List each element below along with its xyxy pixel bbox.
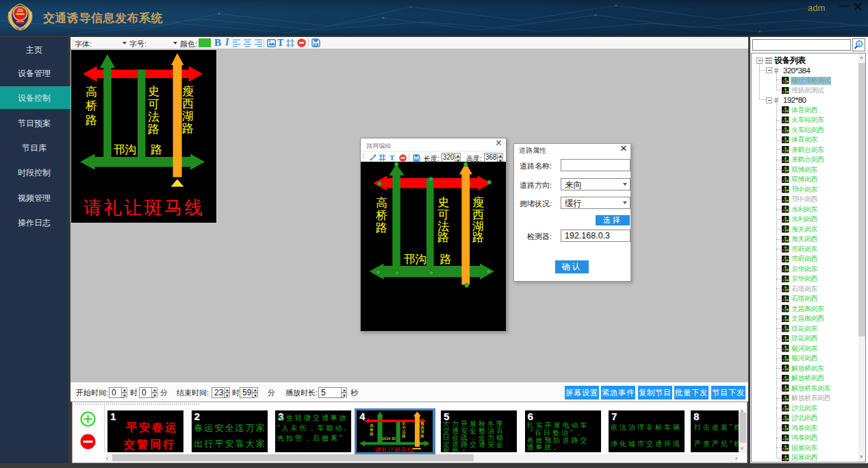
svg-text:路: 路 <box>86 114 97 127</box>
svg-text:法: 法 <box>148 110 159 123</box>
svg-text:1024 30: 1024 30 <box>382 436 396 441</box>
svg-text:$: $ <box>858 42 860 47</box>
svg-text:瘦: 瘦 <box>472 196 484 209</box>
svg-text:路: 路 <box>148 123 159 136</box>
svg-text:桥: 桥 <box>376 209 387 222</box>
svg-text:路: 路 <box>182 122 194 135</box>
svg-text:邗沟: 邗沟 <box>113 143 136 156</box>
svg-text:西: 西 <box>182 97 194 110</box>
svg-text:路: 路 <box>420 434 424 438</box>
svg-text:路: 路 <box>472 231 484 244</box>
svg-text:路: 路 <box>402 434 406 438</box>
svg-text:邗沟: 邗沟 <box>404 253 427 266</box>
svg-text:请礼让斑马线: 请礼让斑马线 <box>84 197 205 218</box>
svg-text:史: 史 <box>148 85 159 98</box>
svg-text:路: 路 <box>440 253 452 266</box>
svg-text:高: 高 <box>376 197 387 210</box>
svg-text:湖: 湖 <box>182 110 194 123</box>
svg-text:瘦: 瘦 <box>182 85 194 98</box>
svg-text:路: 路 <box>376 221 387 234</box>
svg-text:史: 史 <box>437 196 449 209</box>
svg-text:请礼让斑马线: 请礼让斑马线 <box>375 446 415 453</box>
svg-text:桥: 桥 <box>86 99 97 112</box>
svg-text:可: 可 <box>148 98 159 111</box>
svg-text:高: 高 <box>86 86 97 99</box>
svg-text:路: 路 <box>151 143 162 156</box>
svg-text:路: 路 <box>437 231 449 244</box>
svg-text:路: 路 <box>370 432 374 436</box>
